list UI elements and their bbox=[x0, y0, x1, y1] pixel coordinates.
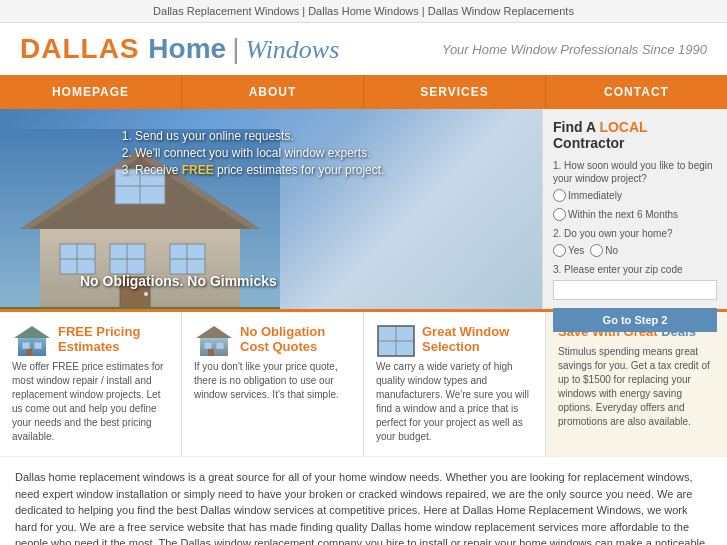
q1-option2-text: Within the next 6 Months bbox=[568, 209, 678, 220]
house-icon-2 bbox=[194, 324, 234, 359]
q1-option2-group: Within the next 6 Months bbox=[553, 208, 717, 221]
q1-radio-6months[interactable] bbox=[553, 208, 566, 221]
feature-save-deals-body: Stimulus spending means great savings fo… bbox=[558, 345, 715, 429]
nav-about[interactable]: ABOUT bbox=[182, 75, 364, 109]
zip-input[interactable] bbox=[553, 280, 717, 300]
feature-free-pricing-title: FREE Pricing Estimates bbox=[12, 324, 169, 354]
svg-rect-26 bbox=[204, 342, 212, 349]
nav: HOMEPAGE ABOUT SERVICES CONTACT bbox=[0, 75, 727, 109]
logo-home: Home bbox=[148, 33, 226, 64]
q1-radio-immediately[interactable] bbox=[553, 189, 566, 202]
svg-point-14 bbox=[144, 292, 148, 296]
feature-free-pricing-body: We offer FREE price estimates for most w… bbox=[12, 360, 169, 444]
svg-marker-24 bbox=[196, 326, 232, 338]
svg-rect-23 bbox=[26, 349, 32, 356]
q2-yes-label[interactable]: Yes bbox=[553, 244, 584, 257]
find-title: Find A LOCAL Contractor bbox=[553, 119, 717, 151]
hero-text-overlay: Send us your online requests. We'll conn… bbox=[120, 129, 542, 180]
svg-rect-21 bbox=[22, 342, 30, 349]
description: Dallas home replacement windows is a gre… bbox=[0, 456, 727, 545]
nav-homepage[interactable]: HOMEPAGE bbox=[0, 75, 182, 109]
q2-yes-text: Yes bbox=[568, 245, 584, 256]
q3-label: 3. Please enter your zip code bbox=[553, 263, 717, 276]
q1-label: 1. How soon would you like to begin your… bbox=[553, 159, 717, 185]
q1-option1-label[interactable]: Immediately bbox=[553, 189, 622, 202]
window-icon bbox=[376, 324, 416, 359]
svg-rect-22 bbox=[34, 342, 42, 349]
svg-rect-27 bbox=[216, 342, 224, 349]
feature-no-obligation-body: If you don't like your price quote, ther… bbox=[194, 360, 351, 402]
description-text: Dallas home replacement windows is a gre… bbox=[15, 469, 712, 545]
feature-save-deals: Save With Great Deals Stimulus spending … bbox=[546, 312, 727, 456]
svg-marker-19 bbox=[14, 326, 50, 338]
find-local: LOCAL bbox=[599, 119, 647, 135]
svg-rect-28 bbox=[208, 349, 214, 356]
q1-radios: Immediately bbox=[553, 189, 717, 202]
q1-option1-text: Immediately bbox=[568, 190, 622, 201]
top-bar-text: Dallas Replacement Windows | Dallas Home… bbox=[153, 5, 574, 17]
feature-free-pricing: FREE Pricing Estimates We offer FREE pri… bbox=[0, 312, 182, 456]
hero-image: Send us your online requests. We'll conn… bbox=[0, 109, 542, 309]
q2-label: 2. Do you own your home? bbox=[553, 227, 717, 240]
feature-window-selection-title: Great Window Selection bbox=[376, 324, 533, 354]
hero-steps: Send us your online requests. We'll conn… bbox=[120, 129, 542, 177]
step2-button[interactable]: Go to Step 2 bbox=[553, 308, 717, 332]
top-bar: Dallas Replacement Windows | Dallas Home… bbox=[0, 0, 727, 23]
tagline: Your Home Window Professionals Since 199… bbox=[364, 42, 708, 57]
hero-tagline: No Obligations. No Gimmicks bbox=[80, 273, 277, 289]
logo-dallas: DALLAS bbox=[20, 33, 148, 64]
logo-divider: | bbox=[232, 33, 239, 64]
q2-radios: Yes No bbox=[553, 244, 717, 257]
house-icon-1 bbox=[12, 324, 52, 359]
logo-windows: Windows bbox=[245, 35, 339, 64]
q2-radio-yes[interactable] bbox=[553, 244, 566, 257]
feature-no-obligation: No Obligation Cost Quotes If you don't l… bbox=[182, 312, 364, 456]
hero-step-3: Receive FREE price estimates for your pr… bbox=[135, 163, 542, 177]
q2-radio-no[interactable] bbox=[590, 244, 603, 257]
q2-no-text: No bbox=[605, 245, 618, 256]
q2-no-label[interactable]: No bbox=[590, 244, 618, 257]
nav-services[interactable]: SERVICES bbox=[364, 75, 546, 109]
nav-contact[interactable]: CONTACT bbox=[546, 75, 727, 109]
logo-area: DALLAS Home|Windows bbox=[20, 33, 364, 65]
feature-no-obligation-title: No Obligation Cost Quotes bbox=[194, 324, 351, 354]
feature-window-selection: Great Window Selection We carry a wide v… bbox=[364, 312, 546, 456]
q1-option2-label[interactable]: Within the next 6 Months bbox=[553, 208, 678, 221]
feature-window-selection-body: We carry a wide variety of high quality … bbox=[376, 360, 533, 444]
hero-step-1: Send us your online requests. bbox=[135, 129, 542, 143]
header: DALLAS Home|Windows Your Home Window Pro… bbox=[0, 23, 727, 75]
hero-step-2: We'll connect you with local window expe… bbox=[135, 146, 542, 160]
svg-rect-18 bbox=[0, 307, 280, 309]
hero-section: Send us your online requests. We'll conn… bbox=[0, 109, 727, 309]
hero-sidebar: Find A LOCAL Contractor 1. How soon woul… bbox=[542, 109, 727, 309]
